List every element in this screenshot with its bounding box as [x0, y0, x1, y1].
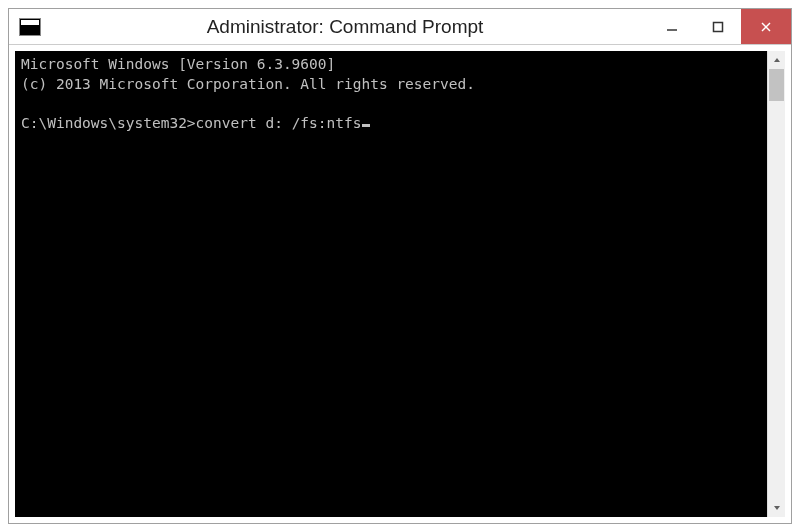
console-prompt-line: C:\Windows\system32>convert d: /fs:ntfs	[21, 115, 370, 131]
close-button[interactable]	[741, 9, 791, 44]
command-prompt-window: Administrator: Command Prompt Microsoft …	[8, 8, 792, 524]
svg-rect-1	[714, 22, 723, 31]
prompt-text: C:\Windows\system32>	[21, 115, 196, 131]
minimize-button[interactable]	[649, 9, 695, 44]
titlebar[interactable]: Administrator: Command Prompt	[9, 9, 791, 45]
scrollbar-thumb[interactable]	[769, 69, 784, 101]
console-line: Microsoft Windows [Version 6.3.9600]	[21, 56, 335, 72]
cmd-icon	[19, 18, 41, 36]
cursor	[362, 124, 370, 127]
command-text: convert d: /fs:ntfs	[196, 115, 362, 131]
client-area: Microsoft Windows [Version 6.3.9600] (c)…	[9, 45, 791, 523]
console-output[interactable]: Microsoft Windows [Version 6.3.9600] (c)…	[15, 51, 767, 517]
svg-marker-5	[774, 506, 780, 510]
vertical-scrollbar[interactable]	[767, 51, 785, 517]
console-line: (c) 2013 Microsoft Corporation. All righ…	[21, 76, 475, 92]
window-title: Administrator: Command Prompt	[41, 16, 649, 38]
scroll-up-button[interactable]	[768, 51, 785, 69]
scroll-down-button[interactable]	[768, 499, 785, 517]
maximize-button[interactable]	[695, 9, 741, 44]
scrollbar-track[interactable]	[768, 69, 785, 499]
svg-marker-4	[774, 58, 780, 62]
window-controls	[649, 9, 791, 44]
